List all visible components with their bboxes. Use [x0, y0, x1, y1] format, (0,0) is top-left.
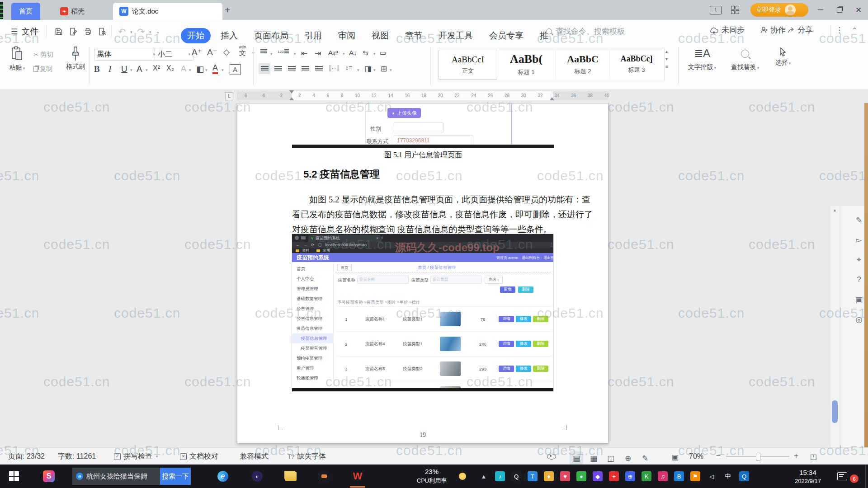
view-mode-button[interactable]: ✎	[638, 451, 652, 465]
side-tool-icon[interactable]: ▣	[853, 294, 865, 305]
taskbar-clock[interactable]: 15:34 2022/9/17	[788, 468, 827, 485]
collaborate-button[interactable]: 协作	[760, 25, 786, 35]
tab-selector[interactable]: L	[225, 92, 233, 100]
paste-button[interactable]: 粘贴▾	[5, 46, 29, 72]
tabs-ruler-icon[interactable]: ▭	[380, 49, 386, 57]
show-marks-icon[interactable]: ⇆	[363, 49, 368, 57]
ribbon-tab[interactable]: 开始	[181, 28, 211, 43]
tray-icon[interactable]: 中	[723, 471, 733, 481]
horizontal-ruler[interactable]: L 642 2468101214161820222426283032343638…	[0, 89, 868, 103]
right-indent-marker[interactable]	[550, 97, 554, 100]
view-mode-button[interactable]: ▤	[570, 451, 583, 465]
select-button[interactable]: 选择▾	[769, 47, 797, 67]
redo-icon[interactable]: ↷	[135, 25, 147, 38]
show-desktop-button[interactable]	[865, 465, 868, 488]
strikethrough-button[interactable]: A	[137, 64, 142, 74]
tray-icon[interactable]: +	[609, 471, 619, 481]
weather-icon[interactable]	[456, 465, 469, 488]
restore-button[interactable]	[832, 0, 847, 20]
tray-icon[interactable]: ⚑	[690, 471, 700, 481]
char-shading-icon[interactable]: A	[181, 64, 186, 74]
export-icon[interactable]	[67, 25, 80, 38]
print-preview-icon[interactable]	[96, 25, 108, 38]
style-normal[interactable]: AaBbCcI正文	[439, 50, 497, 80]
missing-font-warning[interactable]: T? 缺失字体	[288, 448, 326, 465]
tray-icon[interactable]: ◆	[593, 471, 603, 481]
align-right-button[interactable]	[286, 63, 297, 74]
style-heading1[interactable]: AaBb(标题 1	[497, 50, 556, 79]
tray-icon[interactable]: ♦	[544, 471, 554, 481]
styles-scroll-arrows[interactable]: ▴▾≡	[665, 49, 668, 69]
vertical-scrollbar[interactable]: ▲ ⌃⌃ ▲ ▼ ▼	[830, 206, 840, 447]
highlight-color-icon[interactable]: ◧	[196, 64, 204, 74]
new-tab-button[interactable]: +	[225, 5, 230, 15]
taskbar-app-icon[interactable]	[314, 465, 335, 488]
taskbar-wps-icon[interactable]: W	[347, 465, 368, 488]
zoom-fit-icon[interactable]: ▣	[672, 453, 679, 461]
view-mode-button[interactable]: ▦	[587, 451, 600, 465]
underline-button[interactable]: U	[121, 64, 127, 74]
align-left-button[interactable]	[259, 63, 270, 74]
decrease-indent-icon[interactable]: ⇤	[301, 49, 307, 58]
text-layout-button[interactable]: ≣A 文字排版▾	[685, 47, 719, 71]
tray-icon[interactable]: ♥	[560, 471, 570, 481]
font-color-icon[interactable]: A	[212, 63, 218, 74]
shading-icon[interactable]: ◨	[364, 64, 372, 74]
sort-icon[interactable]: A↓	[349, 49, 357, 56]
side-tool-icon[interactable]: ◎	[853, 314, 865, 325]
justify-button[interactable]	[299, 63, 311, 74]
zoom-out-button[interactable]: −	[716, 451, 721, 460]
scrollbar-thumb[interactable]	[832, 400, 838, 423]
split-window-icon[interactable]: 1	[710, 6, 722, 14]
align-center-button[interactable]	[272, 63, 284, 74]
print-icon[interactable]	[81, 25, 94, 38]
taskbar-search-button[interactable]: 搜索一下	[160, 468, 191, 485]
copy-button[interactable]: 复制	[33, 65, 52, 73]
font-size-select[interactable]: 小二▾	[155, 48, 193, 61]
tray-icon[interactable]: B	[674, 471, 684, 481]
tray-icon[interactable]: ●	[576, 471, 586, 481]
notification-center[interactable]	[835, 465, 850, 488]
bullet-list-icon[interactable]	[260, 49, 267, 55]
taskbar-explorer-icon[interactable]	[280, 465, 301, 488]
tray-icon[interactable]: Q	[739, 471, 749, 481]
view-mode-button[interactable]: ◫	[604, 451, 618, 465]
sync-status[interactable]: 未同步	[709, 25, 745, 35]
asian-layout-icon[interactable]: A⇄	[328, 49, 339, 57]
command-search[interactable]: 查找命令、搜索模板	[546, 26, 625, 37]
tab-docer[interactable]: ❧ 稻壳	[45, 3, 99, 20]
pinyin-guide-icon[interactable]: wén 文	[239, 45, 246, 56]
tray-icon[interactable]: ⊕	[625, 471, 635, 481]
minimize-button[interactable]: ─	[813, 0, 828, 20]
collapse-ribbon-icon[interactable]: ⌃	[852, 26, 858, 34]
file-menu[interactable]: ☰ 文件	[11, 24, 38, 39]
side-tool-icon[interactable]: ?	[853, 274, 865, 286]
line-spacing-icon[interactable]: ↕≡	[345, 64, 352, 71]
proofread-button[interactable]: ✕ 文档校对	[180, 448, 218, 465]
tray-icon[interactable]: ▲	[479, 471, 489, 481]
char-scale-icon[interactable]: |⇔|	[329, 64, 339, 71]
sogou-input-icon[interactable]: S	[37, 465, 61, 488]
ribbon-tab[interactable]: 插入	[214, 28, 244, 43]
distribute-button[interactable]	[313, 63, 325, 74]
zoom-in-button[interactable]: +	[794, 451, 798, 460]
cpu-monitor[interactable]: 23% CPU利用率	[409, 467, 454, 485]
tab-document[interactable]: W 论文.doc	[113, 3, 222, 20]
first-line-indent-marker[interactable]	[289, 90, 294, 94]
taskbar-edge-icon[interactable]: e	[212, 465, 233, 488]
find-replace-button[interactable]: 查找替换▾	[727, 47, 763, 71]
save-icon[interactable]	[52, 25, 65, 38]
start-button[interactable]	[0, 465, 28, 488]
ribbon-tab[interactable]: 引用	[298, 28, 328, 43]
eye-protection-toggle[interactable]	[547, 448, 556, 465]
ribbon-tab[interactable]: 章节	[399, 28, 429, 43]
increase-indent-icon[interactable]: ⇥	[315, 49, 321, 58]
tray-icon[interactable]: K	[642, 471, 651, 481]
format-painter-button[interactable]: 格式刷	[64, 46, 87, 71]
spell-check-toggle[interactable]: ✓ 拼写检查▾	[114, 448, 158, 465]
superscript-button[interactable]: X²	[153, 64, 160, 72]
login-button[interactable]: 立即登录	[750, 3, 808, 17]
apps-grid-icon[interactable]	[731, 6, 739, 14]
cut-button[interactable]: ✂剪切	[33, 51, 53, 59]
char-border-icon[interactable]: A	[230, 64, 241, 75]
